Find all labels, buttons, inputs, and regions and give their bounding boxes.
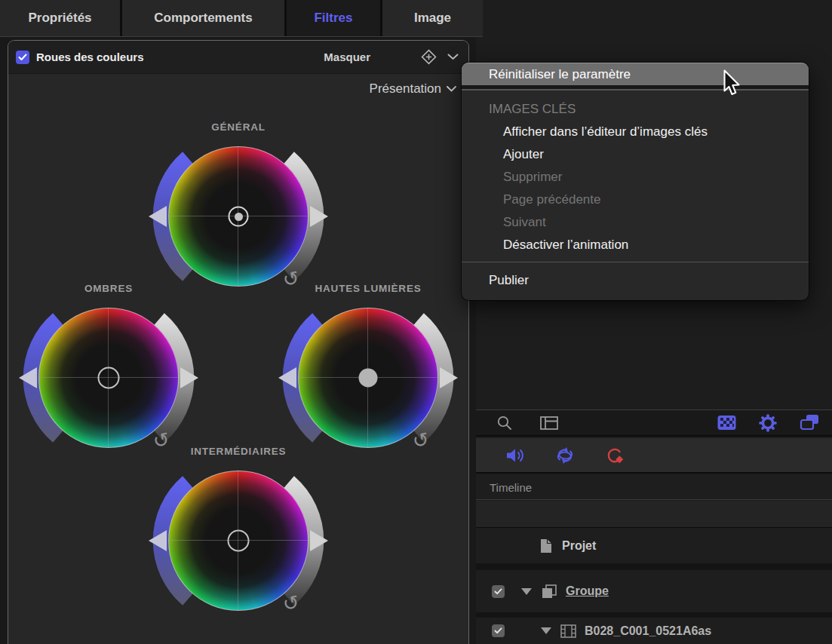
menu-separator: [462, 89, 809, 90]
layout-icon[interactable]: [539, 415, 559, 431]
row-divider: [476, 563, 832, 570]
audio-controls-row: [476, 438, 832, 474]
filters-panel: Roues des couleurs Masquer Présentation …: [8, 40, 469, 644]
mouse-cursor: [723, 69, 741, 97]
clip-checkbox[interactable]: [492, 624, 505, 637]
checkmark-icon: [494, 588, 502, 595]
color-wheel-highlights: HAUTES LUMIÈRES ↺: [278, 287, 459, 468]
animation-context-menu: Réinitialiser le paramètre IMAGES CLÉS A…: [462, 63, 809, 300]
presentation-dropdown[interactable]: Présentation: [370, 81, 456, 97]
film-clip-icon: [560, 624, 576, 638]
clip-label: B028_C001_0521A6as: [585, 624, 711, 638]
color-indicator[interactable]: [229, 207, 249, 227]
group-label[interactable]: Groupe: [566, 584, 609, 598]
color-wheel-midtones: INTERMÉDIAIRES ↺: [148, 450, 329, 631]
group-row[interactable]: Groupe: [476, 570, 832, 612]
disclosure-triangle[interactable]: [541, 627, 551, 634]
project-label: Projet: [562, 539, 596, 553]
menu-item-reset-parameter[interactable]: Réinitialiser le paramètre: [462, 63, 809, 85]
tab-comportements[interactable]: Comportements: [122, 0, 284, 36]
filter-enable-checkbox[interactable]: [16, 51, 29, 64]
menu-item-add[interactable]: Ajouter: [462, 143, 809, 166]
menu-item-publish[interactable]: Publier: [462, 268, 809, 293]
clip-row[interactable]: B028_C001_0521A6as: [476, 618, 832, 644]
media-toolbar: [476, 409, 832, 437]
color-indicator[interactable]: [228, 530, 250, 552]
tab-image[interactable]: Image: [382, 0, 483, 36]
color-indicator[interactable]: [98, 367, 120, 389]
project-row[interactable]: Projet: [476, 529, 832, 563]
arrow-cursor-icon: [723, 69, 741, 97]
record-icon[interactable]: [605, 446, 625, 465]
menu-separator: [462, 262, 809, 262]
color-wheel-shadows: OMBRES ↺: [18, 287, 199, 468]
group-layers-icon: [541, 584, 557, 600]
document-icon: [540, 538, 552, 554]
speaker-icon[interactable]: [505, 446, 525, 465]
presentation-label: Présentation: [370, 81, 441, 97]
timeline-title: Timeline: [490, 481, 532, 494]
timeline-header: Timeline: [476, 475, 832, 500]
row-divider: [476, 612, 832, 618]
chevron-down-icon: [447, 86, 456, 92]
layers-icon[interactable]: [800, 414, 819, 431]
menu-item-previous-page: Page précédente: [462, 189, 809, 211]
checkerboard-icon[interactable]: [717, 415, 736, 431]
group-checkbox[interactable]: [492, 585, 505, 598]
menu-item-next: Suivant: [462, 211, 809, 234]
filter-options-button[interactable]: [446, 51, 459, 64]
search-icon[interactable]: [496, 415, 513, 431]
reset-wheel-button[interactable]: ↺: [408, 428, 433, 453]
menu-item-disable-animation[interactable]: Désactiver l’animation: [462, 234, 809, 256]
hide-button[interactable]: Masquer: [324, 51, 370, 63]
timeline-empty-row: [476, 501, 832, 528]
color-indicator[interactable]: [359, 369, 378, 388]
tab-filtres[interactable]: Filtres: [287, 0, 380, 36]
disclosure-triangle[interactable]: [521, 588, 532, 595]
checkmark-icon: [18, 54, 27, 61]
animation-menu-button[interactable]: [420, 49, 437, 66]
filter-name: Roues des couleurs: [36, 51, 144, 63]
checkmark-icon: [494, 627, 502, 634]
reset-wheel-button[interactable]: ↺: [278, 591, 303, 616]
filter-header-row: Roues des couleurs Masquer: [8, 41, 468, 74]
menu-item-delete: Supprimer: [462, 166, 809, 189]
loop-icon[interactable]: [554, 447, 576, 464]
keyframe-diamond-icon: [421, 49, 437, 65]
color-wheel-general: GÉNÉRAL ↺: [148, 126, 329, 307]
chevron-down-icon: [447, 54, 459, 60]
tab-proprietes[interactable]: Propriétés: [0, 0, 120, 36]
inspector-tab-bar: Propriétés Comportements Filtres Image: [0, 0, 483, 37]
gear-icon[interactable]: [759, 414, 777, 432]
menu-section-keyframes: IMAGES CLÉS: [462, 98, 809, 121]
menu-item-show-in-keyframe-editor[interactable]: Afficher dans l’éditeur d’images clés: [462, 121, 809, 143]
